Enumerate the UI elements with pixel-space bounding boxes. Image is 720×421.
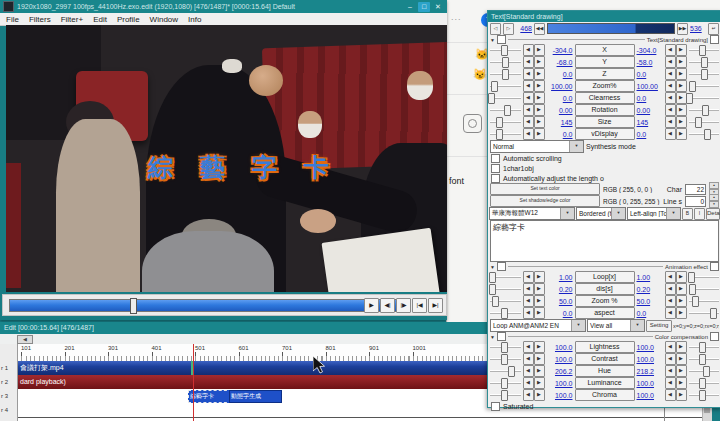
spin-right-button[interactable]: ▶ (676, 271, 687, 283)
synthesis-mode-select[interactable]: Normal▼ (490, 140, 584, 153)
param-label-button[interactable]: Luminance (575, 377, 635, 389)
spin-right-button[interactable]: ▶ (676, 56, 687, 68)
animation-enable-checkbox[interactable] (710, 262, 719, 271)
seek-thumb[interactable] (130, 298, 137, 314)
param-value-left[interactable]: 0.0 (547, 71, 573, 78)
param-slider[interactable] (490, 284, 521, 294)
slider-thumb[interactable] (699, 354, 706, 365)
spin-right-button[interactable]: ▶ (534, 104, 545, 116)
param-slider[interactable] (490, 45, 521, 55)
param-value-right[interactable]: 218.2 (637, 368, 663, 375)
param-slider[interactable] (689, 308, 720, 318)
param-label-button[interactable]: Hue (575, 365, 635, 377)
section-checkbox[interactable] (497, 332, 506, 341)
slider-thumb[interactable] (699, 378, 706, 389)
param-slider[interactable] (689, 296, 720, 306)
slider-thumb[interactable] (688, 272, 695, 283)
spin-left-button[interactable]: ◀ (665, 341, 676, 353)
param-label-button[interactable]: vDisplay (575, 128, 635, 140)
spin-right-button[interactable]: ▶ (676, 389, 687, 401)
spin-left-button[interactable]: ◀ (665, 389, 676, 401)
spin-left-button[interactable]: ◀ (665, 68, 676, 80)
spin-right-button[interactable]: ▶ (676, 92, 687, 104)
spin-left-button[interactable]: ◀ (665, 116, 676, 128)
param-label-button[interactable]: Lightness (575, 341, 635, 353)
slider-thumb[interactable] (501, 342, 508, 353)
spin-right-button[interactable]: ▶ (676, 80, 687, 92)
spin-right-button[interactable]: ▶ (534, 353, 545, 365)
param-value-right[interactable]: 100.0 (637, 380, 663, 387)
param-value-right[interactable]: 100.0 (637, 356, 663, 363)
spin-right-button[interactable]: ▶ (534, 80, 545, 92)
slider-thumb[interactable] (704, 129, 711, 140)
slider-thumb[interactable] (489, 284, 496, 295)
spin-left-button[interactable]: ◀ (523, 104, 534, 116)
param-slider[interactable] (689, 93, 720, 103)
slider-thumb[interactable] (496, 117, 503, 128)
param-value-right[interactable]: 50.0 (637, 298, 663, 305)
spin-right-button[interactable]: ▶ (676, 68, 687, 80)
param-value-right[interactable]: 0.0 (637, 310, 663, 317)
param-label-button[interactable]: Size (575, 116, 635, 128)
param-value-left[interactable]: 0.0 (547, 95, 573, 102)
param-slider[interactable] (490, 308, 521, 318)
prev-frame-button[interactable]: ◀| (380, 298, 395, 313)
param-slider[interactable] (490, 69, 521, 79)
slider-thumb[interactable] (501, 378, 508, 389)
param-slider[interactable] (689, 342, 720, 352)
layer-label[interactable]: r 1 (1, 361, 16, 375)
color-enable-checkbox[interactable] (710, 332, 719, 341)
spin-right-button[interactable]: ▶ (534, 341, 545, 353)
layer-label[interactable]: r 2 (1, 375, 16, 389)
play-button[interactable]: ▶ (364, 298, 379, 313)
spin-right-button[interactable]: ▶ (534, 116, 545, 128)
spin-right-button[interactable]: ▶ (676, 341, 687, 353)
set-shadow-edge-color-button[interactable]: Set shadow/edge color (490, 195, 600, 207)
param-value-right[interactable]: 100.00 (637, 83, 663, 90)
text-object[interactable]: 綜藝字卡 (188, 390, 232, 403)
setting-button[interactable]: Setting (646, 320, 672, 332)
slider-thumb[interactable] (501, 354, 508, 365)
align-select[interactable]: Left-align [Top]▼ (627, 207, 681, 220)
slider-thumb[interactable] (699, 390, 706, 401)
slider-thumb[interactable] (689, 284, 696, 295)
spin-left-button[interactable]: ◀ (665, 283, 676, 295)
playhead[interactable] (193, 344, 194, 421)
spin-left-button[interactable]: ◀ (523, 68, 534, 80)
checkbox-automatic-scrolling[interactable] (491, 154, 500, 163)
param-value-right[interactable]: 0.0 (637, 71, 663, 78)
spin-left-button[interactable]: ◀ (523, 353, 534, 365)
saturated-checkbox[interactable] (491, 402, 500, 411)
spin-left-button[interactable]: ◀ (665, 295, 676, 307)
param-slider[interactable] (689, 378, 720, 388)
detail-button[interactable]: Detail (706, 208, 720, 220)
param-label-button[interactable]: aspect (575, 307, 635, 319)
spin-right-button[interactable]: ▶ (676, 365, 687, 377)
param-label-button[interactable]: Zoom % (575, 295, 635, 307)
param-slider[interactable] (689, 105, 720, 115)
spin-left-button[interactable]: ◀ (523, 377, 534, 389)
spin-left-button[interactable]: ◀ (523, 116, 534, 128)
spin-right-button[interactable]: ▶ (534, 365, 545, 377)
param-slider[interactable] (689, 354, 720, 364)
slider-thumb[interactable] (501, 390, 508, 401)
spin-left-button[interactable]: ◀ (665, 353, 676, 365)
param-label-button[interactable]: Zoom% (575, 80, 635, 92)
spin-left-button[interactable]: ◀ (523, 365, 534, 377)
spin-right-button[interactable]: ▶ (534, 295, 545, 307)
spin-right-button[interactable]: ▶ (534, 56, 545, 68)
border-style-select[interactable]: Bordered (thin)▼ (576, 207, 626, 220)
checkbox-1char1obj[interactable] (491, 164, 500, 173)
param-value-right[interactable]: -58.0 (637, 59, 663, 66)
param-slider[interactable] (689, 366, 720, 376)
spin-right-button[interactable]: ▶ (534, 283, 545, 295)
spin-left-button[interactable]: ◀ (523, 56, 534, 68)
param-label-button[interactable]: Rotation (575, 104, 635, 116)
animation-preset-select[interactable]: Loop ANM@ANM2 EN▼ (490, 319, 586, 332)
menu-info[interactable]: Info (188, 15, 201, 24)
spin-left-button[interactable]: ◀ (523, 44, 534, 56)
slider-thumb[interactable] (703, 366, 710, 377)
spin-left-button[interactable]: ◀ (665, 365, 676, 377)
spin-left-button[interactable]: ◀ (523, 92, 534, 104)
param-value-left[interactable]: 100.0 (547, 344, 573, 351)
